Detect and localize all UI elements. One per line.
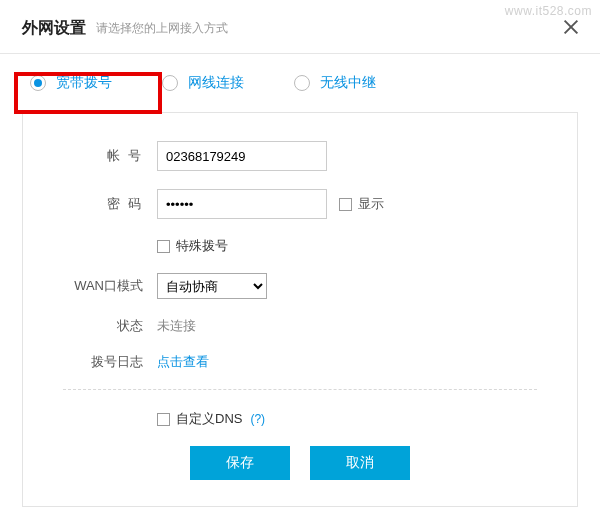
save-button[interactable]: 保存	[190, 446, 290, 480]
radio-icon	[30, 75, 46, 91]
help-icon[interactable]: (?)	[250, 412, 265, 426]
page-title: 外网设置	[22, 18, 86, 39]
settings-panel: 帐 号 密 码 显示 特殊拨号 WAN口模式 自动协商 状态 未连接	[22, 112, 578, 507]
custom-dns-label: 自定义DNS	[176, 410, 242, 428]
divider	[63, 389, 537, 390]
dial-log-link[interactable]: 点击查看	[157, 353, 209, 371]
wan-mode-label: WAN口模式	[63, 277, 143, 295]
status-value: 未连接	[157, 317, 196, 335]
connection-tabs: 宽带拨号 网线连接 无线中继	[0, 54, 600, 96]
tab-label: 网线连接	[188, 74, 244, 92]
dialog-header: 外网设置 请选择您的上网接入方式	[0, 0, 600, 54]
tab-lan[interactable]: 网线连接	[162, 74, 244, 92]
special-dial-checkbox[interactable]	[157, 240, 170, 253]
show-password-checkbox[interactable]	[339, 198, 352, 211]
account-input[interactable]	[157, 141, 327, 171]
tab-broadband[interactable]: 宽带拨号	[30, 74, 112, 92]
password-label: 密 码	[63, 195, 143, 213]
close-icon[interactable]	[562, 18, 580, 36]
account-label: 帐 号	[63, 147, 143, 165]
tab-relay[interactable]: 无线中继	[294, 74, 376, 92]
status-label: 状态	[63, 317, 143, 335]
page-hint: 请选择您的上网接入方式	[96, 20, 228, 37]
dial-log-label: 拨号日志	[63, 353, 143, 371]
tab-label: 无线中继	[320, 74, 376, 92]
tab-label: 宽带拨号	[56, 74, 112, 92]
cancel-button[interactable]: 取消	[310, 446, 410, 480]
wan-mode-select[interactable]: 自动协商	[157, 273, 267, 299]
password-input[interactable]	[157, 189, 327, 219]
special-dial-label: 特殊拨号	[176, 237, 228, 255]
custom-dns-checkbox[interactable]	[157, 413, 170, 426]
show-password-label: 显示	[358, 195, 384, 213]
radio-icon	[162, 75, 178, 91]
radio-icon	[294, 75, 310, 91]
